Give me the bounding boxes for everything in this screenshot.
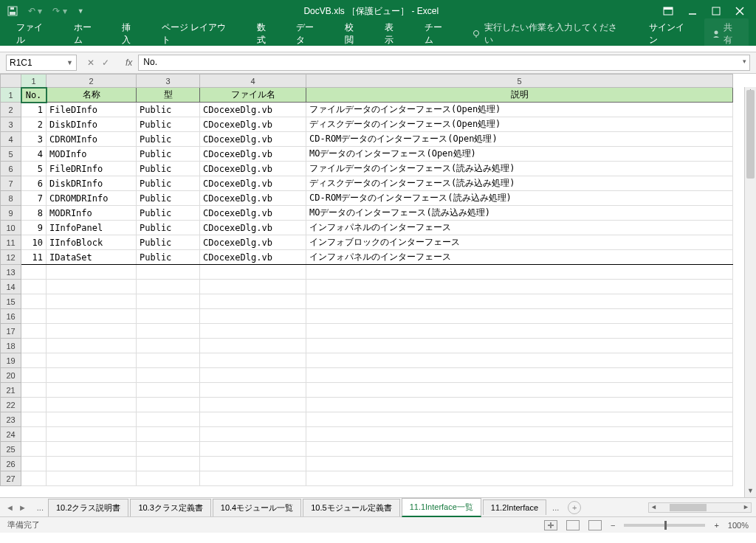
cell[interactable] [200, 280, 306, 294]
scroll-right-icon[interactable]: ► [743, 503, 749, 511]
cell[interactable] [21, 353, 47, 368]
chevron-down-icon[interactable]: ▼ [66, 59, 73, 66]
tab-formulas[interactable]: 数式 [248, 17, 284, 51]
cell[interactable] [200, 309, 306, 324]
cell[interactable] [47, 353, 137, 368]
cell[interactable] [200, 353, 306, 368]
cell[interactable] [137, 294, 200, 309]
h-scrollbar-thumb[interactable] [670, 504, 707, 511]
minimize-icon[interactable] [688, 7, 697, 15]
zoom-in-button[interactable]: + [714, 521, 718, 530]
sheet-tab-3[interactable]: 10.4モジュール一覧 [213, 499, 301, 516]
cell[interactable] [21, 280, 47, 294]
cell[interactable]: 説明 [306, 88, 733, 103]
cell[interactable] [306, 309, 733, 324]
cell[interactable]: ファイルデータのインターフェース(読み込み処理) [306, 162, 733, 176]
row-header[interactable]: 12 [1, 250, 21, 265]
cell[interactable]: CD-ROMデータのインターフェース(Open処理) [306, 132, 733, 147]
cell[interactable]: FileDRInfo [47, 162, 137, 176]
row-header[interactable]: 2 [1, 103, 21, 117]
cell[interactable]: 7 [21, 191, 47, 206]
cell[interactable]: Public [137, 103, 200, 117]
row-header[interactable]: 11 [1, 235, 21, 250]
cell[interactable]: 11 [21, 250, 47, 265]
cell[interactable]: Public [137, 162, 200, 176]
cell[interactable]: 10 [21, 235, 47, 250]
tab-review[interactable]: 校閲 [336, 17, 371, 51]
cell[interactable] [306, 280, 733, 294]
cell[interactable] [47, 412, 137, 427]
more-sheets-left[interactable]: ... [32, 503, 48, 512]
enter-formula-icon[interactable]: ✓ [102, 58, 109, 68]
row-header[interactable]: 10 [1, 221, 21, 235]
cell[interactable] [200, 398, 306, 412]
redo-icon[interactable]: ↷ ▾ [52, 6, 66, 16]
cell[interactable]: CDocexeDlg.vb [200, 103, 306, 117]
cell[interactable] [21, 368, 47, 383]
cell[interactable] [306, 471, 733, 486]
cell[interactable]: CDocexeDlg.vb [200, 117, 306, 132]
row-header[interactable]: 4 [1, 132, 21, 147]
zoom-level[interactable]: 100% [728, 521, 749, 530]
cell[interactable] [47, 427, 137, 442]
cell[interactable]: CDocexeDlg.vb [200, 250, 306, 265]
cell[interactable]: CDocexeDlg.vb [200, 221, 306, 235]
cell[interactable] [137, 339, 200, 353]
cell[interactable] [21, 339, 47, 353]
row-header[interactable]: 26 [1, 457, 21, 471]
row-header[interactable]: 9 [1, 206, 21, 221]
cell[interactable] [47, 309, 137, 324]
sheet-nav-next-icon[interactable]: ► [18, 503, 27, 512]
cell[interactable] [21, 457, 47, 471]
cell[interactable] [200, 427, 306, 442]
zoom-slider[interactable] [624, 524, 705, 527]
fx-icon[interactable]: fx [120, 58, 138, 68]
tell-me-search[interactable]: 実行したい作業を入力してください [464, 21, 633, 46]
sheet-tab-1[interactable]: 10.2クラス説明書 [48, 499, 128, 516]
col-header[interactable]: 5 [306, 75, 733, 88]
close-icon[interactable] [735, 7, 744, 15]
ribbon-display-icon[interactable] [663, 7, 673, 15]
cell[interactable]: インフォブロックのインターフェース [306, 235, 733, 250]
view-normal-icon[interactable] [544, 520, 557, 530]
cell[interactable]: DiskDInfo [47, 117, 137, 132]
row-header[interactable]: 20 [1, 368, 21, 383]
cell[interactable]: インフォパネルのインターフェース [306, 221, 733, 235]
cell[interactable]: 名称 [47, 88, 137, 103]
vertical-scrollbar[interactable]: ▲ ▼ [744, 87, 756, 497]
cell[interactable]: CDocexeDlg.vb [200, 147, 306, 162]
cell[interactable]: CDocexeDlg.vb [200, 176, 306, 191]
cancel-formula-icon[interactable]: ✕ [87, 58, 94, 68]
row-header[interactable]: 19 [1, 353, 21, 368]
cell[interactable] [21, 442, 47, 457]
cell[interactable] [137, 457, 200, 471]
cell[interactable]: 3 [21, 132, 47, 147]
view-pagelayout-icon[interactable] [566, 520, 580, 530]
cell[interactable]: DiskDRInfo [47, 176, 137, 191]
cell[interactable]: CDocexeDlg.vb [200, 235, 306, 250]
cell[interactable]: 2 [21, 117, 47, 132]
cell[interactable]: IInfoPanel [47, 221, 137, 235]
qat-customize-icon[interactable]: ▼ [78, 7, 84, 15]
cell[interactable] [21, 398, 47, 412]
cell[interactable] [21, 383, 47, 398]
cell[interactable] [306, 265, 733, 280]
cell[interactable]: ファイル名 [200, 88, 306, 103]
formula-input[interactable]: No. ▾ [138, 55, 750, 71]
cell[interactable] [137, 265, 200, 280]
cell[interactable]: CDocexeDlg.vb [200, 191, 306, 206]
row-header[interactable]: 24 [1, 427, 21, 442]
cell[interactable] [137, 368, 200, 383]
share-button[interactable]: 共有 [704, 18, 749, 49]
cell[interactable]: ファイルデータのインターフェース(Open処理) [306, 103, 733, 117]
cell[interactable]: インフォパネルのインターフェース [306, 250, 733, 265]
row-header[interactable]: 23 [1, 412, 21, 427]
cell[interactable] [306, 442, 733, 457]
tab-view[interactable]: 表示 [376, 17, 411, 51]
cell[interactable] [306, 398, 733, 412]
row-header[interactable]: 22 [1, 398, 21, 412]
tab-insert[interactable]: 挿入 [113, 17, 148, 51]
scroll-left-icon[interactable]: ◄ [650, 503, 657, 511]
cell[interactable] [137, 324, 200, 339]
cell[interactable]: Public [137, 132, 200, 147]
